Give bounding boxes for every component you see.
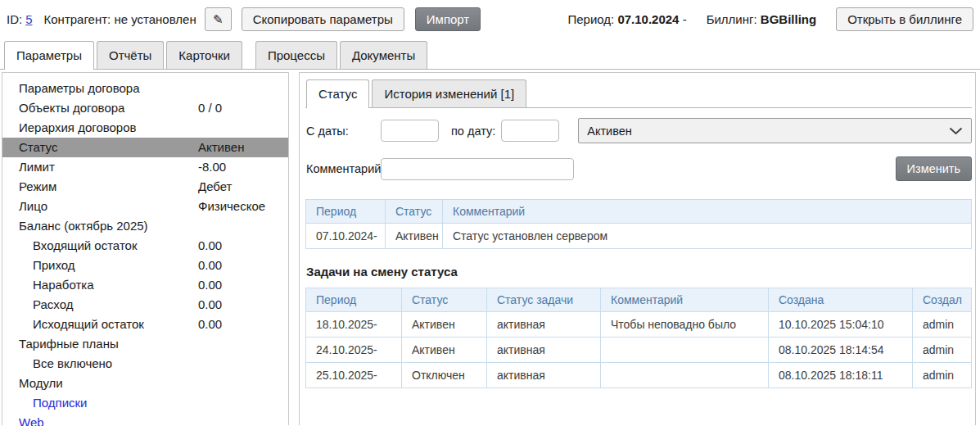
sidebar-item-limit[interactable]: Лимит-8.00 (2, 157, 288, 177)
cell-created-at: 10.10.2025 15:04:10 (769, 312, 913, 338)
sidebar-item-contract-objects[interactable]: Объекты договора0 / 0 (2, 98, 288, 118)
import-button[interactable]: Импорт (415, 7, 481, 31)
sidebar-item-income[interactable]: Приход0.00 (2, 256, 288, 275)
sidebar-item-value: -8.00 (198, 157, 226, 177)
col-status: Статус (402, 288, 487, 312)
tab-change-history[interactable]: История изменений [1] (372, 79, 526, 107)
sidebar-item-label: Входящий остаток (33, 238, 138, 252)
sidebar-item-mode[interactable]: РежимДебет (2, 177, 288, 197)
table-row[interactable]: 24.10.2025- Активен активная 08.10.2025 … (306, 338, 972, 363)
status-select[interactable]: Активен (578, 118, 972, 143)
sidebar-item-incoming-balance[interactable]: Входящий остаток0.00 (2, 236, 288, 256)
open-in-billing-button[interactable]: Открыть в биллинге (836, 7, 973, 31)
col-created-by: Создал (913, 288, 972, 312)
sidebar-item-tariff-plans[interactable]: Тарифные планы (2, 334, 288, 354)
status-form: С даты: по дату: Активен Комментарий: Из… (305, 108, 972, 197)
sidebar-item-status[interactable]: СтатусАктивен (2, 138, 288, 157)
comment-label: Комментарий: (306, 162, 381, 175)
copy-params-button[interactable]: Скопировать параметры (242, 7, 404, 31)
sidebar-item-balance[interactable]: Баланс (октябрь 2025) (2, 216, 288, 236)
sidebar-item-web[interactable]: Web (2, 413, 288, 426)
cell-period: 24.10.2025- (306, 338, 402, 363)
col-status: Статус (386, 200, 443, 224)
status-panel: Статус История изменений [1] С даты: по … (299, 72, 976, 425)
change-status-button[interactable]: Изменить (896, 156, 972, 181)
sidebar-item-person[interactable]: ЛицоФизическое (2, 197, 288, 216)
col-period: Период (306, 288, 402, 312)
comment-input[interactable] (381, 158, 574, 180)
period-dash: - (683, 12, 687, 26)
sidebar-item-label: Исходящий остаток (33, 317, 144, 331)
sidebar-item-subscriptions[interactable]: Подписки (2, 393, 288, 413)
cell-status: Отключен (402, 363, 487, 388)
sidebar-item-contract-hierarchy[interactable]: Иерархия договоров (2, 118, 288, 138)
cell-comment: Чтобы неповадно было (601, 312, 769, 338)
tab-reports[interactable]: Отчёты (97, 41, 164, 69)
cell-created-at: 08.10.2025 18:14:54 (769, 338, 913, 363)
cell-status: Активен (386, 224, 443, 249)
app-window: ID: 5 Контрагент: не установлен ✎ Скопир… (0, 0, 980, 426)
sidebar-item-label: Web (19, 415, 44, 426)
billing-value: BGBilling (761, 12, 816, 26)
cell-status: Активен (402, 338, 487, 363)
sidebar-item-label: Наработка (33, 278, 94, 292)
tab-processes[interactable]: Процессы (255, 41, 337, 69)
status-tab-bar: Статус История изменений [1] (305, 73, 972, 108)
chevron-down-icon (949, 127, 963, 135)
cell-task-status: активная (487, 312, 601, 338)
cell-comment: Статус установлен сервером (443, 224, 972, 249)
cell-created-by: admin (913, 338, 972, 363)
sidebar-item-expense[interactable]: Расход0.00 (2, 295, 288, 315)
sidebar-item-label: Модули (19, 376, 63, 390)
cell-task-status: активная (487, 363, 601, 388)
sidebar-item-modules[interactable]: Модули (2, 374, 288, 393)
period-info: Период: 07.10.2024 - (567, 12, 686, 26)
col-created-at: Создана (769, 288, 913, 312)
cell-period: 18.10.2025- (306, 312, 402, 338)
sidebar-item-value: 0.00 (198, 236, 222, 256)
sidebar-item-label: Приход (33, 258, 75, 272)
sidebar-item-value: 0.00 (198, 315, 222, 334)
sidebar-item-contract-params[interactable]: Параметры договора (2, 79, 288, 98)
period-value: 07.10.2024 (617, 12, 679, 26)
sidebar-item-label: Параметры договора (19, 81, 140, 95)
current-status-table: Период Статус Комментарий 07.10.2024- Ак… (305, 199, 972, 249)
edit-contractor-button[interactable]: ✎ (205, 7, 232, 31)
sidebar-item-label: Лицо (19, 199, 47, 213)
from-date-label: С даты: (306, 125, 381, 138)
sidebar-item-label: Тарифные планы (19, 337, 119, 351)
sidebar-item-label: Объекты договора (19, 101, 124, 115)
from-date-input[interactable] (381, 120, 439, 142)
sidebar-item-value: Физическое (198, 197, 265, 216)
col-comment: Комментарий (601, 288, 769, 312)
to-date-input[interactable] (501, 120, 559, 142)
billing-info: Биллинг: BGBilling (707, 12, 817, 26)
cell-created-at: 08.10.2025 18:18:11 (769, 363, 913, 388)
sidebar-item-value: 0.00 (198, 256, 222, 275)
col-task-status: Статус задачи (487, 288, 601, 312)
sidebar-item-value: Дебет (198, 177, 232, 197)
tab-cards[interactable]: Карточки (166, 41, 242, 69)
sidebar-item-usage[interactable]: Наработка0.00 (2, 275, 288, 295)
tab-status[interactable]: Статус (306, 79, 369, 108)
sidebar-item-label: Иерархия договоров (19, 120, 137, 134)
sidebar-item-all-inclusive[interactable]: Все включено (2, 354, 288, 374)
sidebar-item-value: Активен (198, 138, 244, 157)
cell-comment (601, 363, 769, 388)
col-comment: Комментарий (443, 200, 972, 224)
contract-params-sidebar: Параметры договора Объекты договора0 / 0… (2, 72, 289, 425)
tab-documents[interactable]: Документы (340, 41, 427, 69)
table-row[interactable]: 07.10.2024- Активен Статус установлен се… (306, 224, 972, 249)
table-row[interactable]: 18.10.2025- Активен активная Чтобы непов… (306, 312, 972, 338)
tab-parameters[interactable]: Параметры (4, 41, 94, 70)
sidebar-item-label: Подписки (33, 396, 88, 410)
sidebar-item-label: Статус (19, 140, 57, 154)
sidebar-item-value: 0 / 0 (198, 98, 222, 118)
col-period: Период (306, 200, 386, 224)
sidebar-item-outgoing-balance[interactable]: Исходящий остаток0.00 (2, 315, 288, 334)
sidebar-item-value: 0.00 (198, 275, 222, 295)
to-date-label: по дату: (451, 125, 495, 138)
contract-id-link[interactable]: 5 (25, 12, 32, 26)
table-row[interactable]: 25.10.2025- Отключен активная 08.10.2025… (306, 363, 972, 388)
cell-period: 25.10.2025- (306, 363, 402, 388)
